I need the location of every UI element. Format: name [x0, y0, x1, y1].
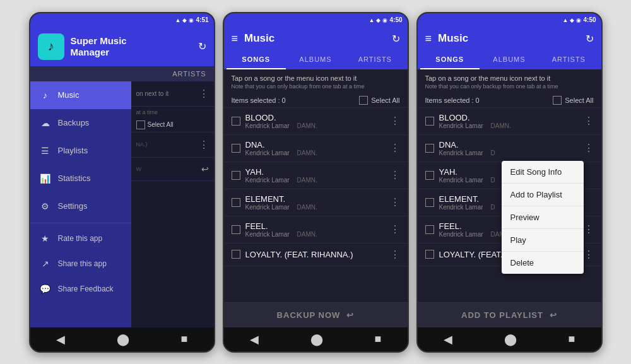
song-checkbox[interactable] [232, 225, 240, 234]
refresh-icon-2[interactable]: ↻ [392, 33, 400, 45]
context-play[interactable]: Play [502, 229, 584, 252]
context-delete[interactable]: Delete [502, 252, 584, 274]
phone-music-context: ▲ ◆ ◉ 4:50 ≡ Music ↻ SONGS ALBUMS ARTIST… [416, 12, 603, 353]
song-meta: Kendrick Lamar DAMN. [245, 150, 385, 156]
song-item-loyalty[interactable]: LOYALTY. (FEAT. RIHANNA.) ⋮ [224, 244, 408, 266]
sidebar-label-settings: Settings [58, 201, 88, 211]
recents-button[interactable]: ■ [181, 332, 188, 346]
artists-tab-label[interactable]: ARTISTS [172, 70, 206, 78]
tab-songs[interactable]: SONGS [227, 50, 286, 69]
song-checkbox[interactable] [425, 144, 434, 153]
recents-button[interactable]: ■ [569, 332, 575, 346]
hamburger-icon[interactable]: ≡ [232, 32, 239, 45]
recents-button[interactable]: ■ [375, 332, 382, 346]
select-bar: Items selected : 0 Select All [418, 93, 601, 108]
backup-label: BACKUP NOW [277, 310, 341, 320]
song-checkbox[interactable] [232, 171, 240, 180]
song-item-dna[interactable]: DNA. Kendrick Lamar D ⋮ [418, 135, 601, 162]
refresh-icon[interactable]: ↻ [198, 40, 206, 52]
nav-divider [30, 223, 131, 223]
more-icon[interactable]: ⋮ [199, 88, 209, 100]
feedback-icon: 💬 [39, 283, 52, 295]
song-item-feel[interactable]: FEEL. Kendrick Lamar DAMN. ⋮ [224, 216, 408, 244]
song-checkbox[interactable] [425, 117, 434, 126]
song-checkbox[interactable] [232, 250, 240, 259]
home-button[interactable]: ⬤ [504, 332, 517, 346]
song-more-icon[interactable]: ⋮ [390, 142, 400, 154]
song-more-icon[interactable]: ⋮ [584, 115, 594, 127]
sidebar-item-feedback[interactable]: 💬 Share Feedback [30, 276, 131, 302]
song-checkbox[interactable] [232, 198, 240, 207]
sidebar-label-music: Music [58, 90, 80, 100]
back-button[interactable]: ◀ [250, 332, 259, 346]
song-more-icon[interactable]: ⋮ [584, 223, 594, 235]
sidebar-item-rate[interactable]: ★ Rate this app [30, 226, 131, 251]
sidebar-item-settings[interactable]: ⚙ Settings [30, 192, 131, 220]
song-more-icon[interactable]: ⋮ [390, 223, 400, 235]
forward-icon[interactable]: ↩ [201, 164, 209, 174]
backup-arrow-icon: ↩ [346, 310, 354, 320]
select-row: Select All [131, 118, 214, 132]
more-icon[interactable]: ⋮ [199, 139, 209, 151]
select-all-checkbox[interactable] [359, 96, 368, 105]
song-more-icon[interactable]: ⋮ [584, 249, 594, 261]
hamburger-icon[interactable]: ≡ [425, 32, 432, 45]
context-add-playlist[interactable]: Add to Playlist [502, 184, 584, 206]
chart-icon: 📊 [39, 172, 52, 185]
back-button[interactable]: ◀ [56, 332, 65, 346]
song-more-icon[interactable]: ⋮ [390, 249, 400, 261]
song-item-blood[interactable]: BLOOD. Kendrick Lamar DAMN. ⋮ [418, 108, 601, 135]
info-subtext: Note that you can only backup from one t… [418, 83, 601, 93]
song-item-yah[interactable]: YAH. Kendrick Lamar DAMN. ⋮ [224, 162, 408, 189]
status-time-3: 4:50 [583, 16, 596, 23]
sidebar-item-backups[interactable]: ☁ Backups [30, 109, 131, 137]
sidebar-item-statistics[interactable]: 📊 Statistics [30, 165, 131, 192]
add-to-playlist-button[interactable]: ADD TO PLAYLIST ↩ [418, 302, 601, 327]
status-icons-3: ▲ ◆ ◉ 4:50 [563, 16, 596, 23]
cloud-icon: ☁ [39, 117, 52, 129]
song-title: FEEL. [245, 221, 385, 231]
song-more-icon[interactable]: ⋮ [390, 169, 400, 181]
list-item[interactable]: NA.) ⋮ [131, 132, 214, 158]
song-checkbox[interactable] [425, 225, 434, 234]
tab-albums[interactable]: ALBUMS [480, 50, 539, 69]
status-time-2: 4:50 [389, 16, 402, 23]
song-title: BLOOD. [439, 113, 579, 122]
song-info: LOYALTY. (FEAT. RIHANNA.) [245, 250, 385, 259]
song-checkbox[interactable] [425, 250, 434, 259]
select-all-control[interactable]: Select All [553, 96, 593, 105]
song-item-blood[interactable]: BLOOD. Kendrick Lamar DAMN. ⋮ [224, 108, 408, 135]
tab-albums[interactable]: ALBUMS [286, 50, 345, 69]
song-checkbox[interactable] [425, 198, 434, 207]
home-button[interactable]: ⬤ [310, 332, 323, 346]
song-item-dna[interactable]: DNA. Kendrick Lamar DAMN. ⋮ [224, 135, 408, 162]
song-checkbox[interactable] [425, 171, 434, 180]
song-more-icon[interactable]: ⋮ [390, 115, 400, 127]
tab-songs[interactable]: SONGS [420, 50, 480, 69]
song-more-icon[interactable]: ⋮ [584, 142, 594, 154]
home-button[interactable]: ⬤ [117, 332, 129, 346]
playlist-icon: ☰ [39, 144, 52, 157]
tab-artists[interactable]: ARTISTS [345, 50, 404, 69]
select-all-checkbox[interactable] [553, 96, 562, 105]
sidebar-item-share[interactable]: ↗ Share this app [30, 251, 131, 276]
context-preview[interactable]: Preview [502, 206, 584, 229]
sub-info: at a time [131, 107, 214, 118]
list-item[interactable]: W ↩ [131, 158, 214, 181]
back-button[interactable]: ◀ [444, 332, 452, 346]
context-edit-song[interactable]: Edit Song Info [502, 161, 584, 184]
select-all-label: Select All [565, 97, 593, 104]
sidebar-item-playlists[interactable]: ☰ Playlists [30, 137, 131, 165]
song-checkbox[interactable] [232, 144, 240, 153]
song-meta: Kendrick Lamar DAMN. [245, 177, 385, 184]
sidebar-item-music[interactable]: ♪ Music [30, 81, 131, 109]
song-more-icon[interactable]: ⋮ [390, 196, 400, 208]
song-checkbox[interactable] [232, 117, 240, 126]
song-item-element[interactable]: ELEMENT. Kendrick Lamar DAMN. ⋮ [224, 189, 408, 216]
refresh-icon-3[interactable]: ↻ [586, 33, 594, 45]
tab-artists[interactable]: ARTISTS [539, 50, 598, 69]
select-all-checkbox[interactable] [136, 120, 145, 129]
song-artist: Kendrick Lamar [245, 122, 290, 129]
backup-button[interactable]: BACKUP NOW ↩ [224, 302, 408, 327]
select-all-control[interactable]: Select All [359, 96, 399, 105]
